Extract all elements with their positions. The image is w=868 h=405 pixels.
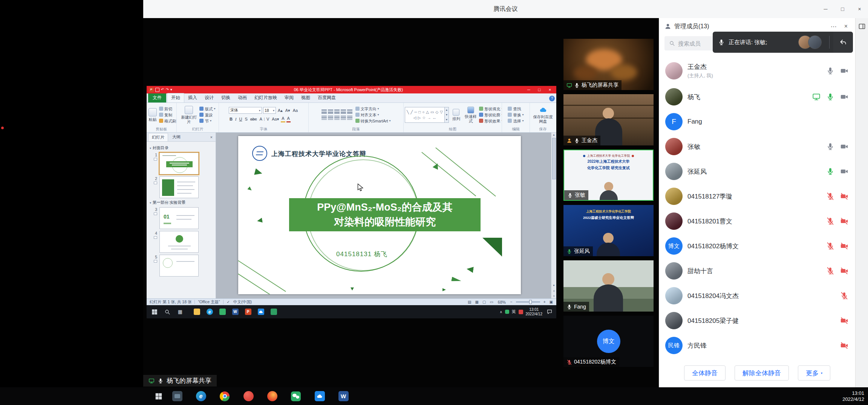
font-color-button[interactable]: A	[286, 115, 291, 122]
camera-icon[interactable]	[840, 67, 848, 75]
save-to-baidu-netdisk-button[interactable]: 保存到百度网盘	[531, 106, 555, 124]
underline-button[interactable]: U	[239, 116, 243, 122]
font-size-select[interactable]: 18▾	[263, 107, 276, 114]
arrange-button[interactable]: 排列	[450, 109, 462, 121]
save-icon[interactable]	[155, 88, 159, 92]
align-center-icon[interactable]	[328, 116, 333, 120]
increase-indent-icon[interactable]	[341, 110, 346, 114]
shape-fill-button[interactable]: 形状填充▾	[479, 106, 501, 112]
zoom-out-button[interactable]: −	[510, 300, 513, 304]
slide-thumbnail-2[interactable]: 2	[150, 176, 213, 198]
ppt-minimize-button[interactable]: ─	[525, 87, 533, 92]
shape-gallery[interactable]: ╲╱─□○△▭◇▽◁▷☆→↔	[405, 107, 445, 123]
video-tile-zhangyanfeng[interactable]: 上海工程技术大学化学化工学院 2022届硕士研究生毕业论文答辩 张延风	[563, 205, 654, 256]
shared-screen[interactable]: P ↶ ↷ ▾ 06 毕业论文答辩PPT - Microsoft PowerPo…	[147, 86, 556, 318]
tab-insert[interactable]: 插入	[184, 93, 201, 102]
language-indicator[interactable]: 中文(中国)	[233, 300, 252, 305]
wps-icon[interactable]	[268, 306, 279, 318]
member-row[interactable]: F Fang	[659, 109, 855, 134]
app-green-icon[interactable]	[217, 306, 228, 318]
member-row[interactable]: 杨飞	[659, 84, 855, 109]
app-red-icon[interactable]	[240, 387, 257, 405]
convert-smartart-button[interactable]: 转换为SmartArt▾	[355, 118, 391, 124]
slide-thumbnail-5[interactable]: 5	[150, 255, 213, 277]
member-row[interactable]: 041518201曹文	[659, 209, 855, 234]
undo-icon[interactable]: ↶	[161, 87, 164, 92]
highlight-color-button[interactable]: A	[281, 115, 285, 122]
spellcheck-icon[interactable]: ✓	[227, 300, 230, 304]
mute-all-button[interactable]: 全体静音	[684, 365, 726, 381]
redo-icon[interactable]: ↷	[165, 87, 168, 92]
start-button[interactable]	[149, 306, 160, 318]
italic-button[interactable]: I	[234, 116, 237, 122]
strikethrough-button[interactable]: abc	[250, 116, 258, 122]
layout-button[interactable]: 版式▾	[199, 106, 215, 112]
tab-home[interactable]: 开始	[167, 93, 184, 102]
scrollbar-thumb[interactable]	[552, 138, 556, 179]
app-window-icon[interactable]	[169, 387, 185, 405]
unmute-all-button[interactable]: 解除全体静音	[735, 365, 789, 381]
vertical-scrollbar[interactable]: ▲ ▼ « »	[551, 133, 556, 298]
mic-icon[interactable]	[826, 142, 834, 151]
shrink-font-button[interactable]: A▾	[285, 107, 291, 113]
video-tile-wangjinjie[interactable]: 王金杰	[563, 94, 654, 145]
ppt-maximize-button[interactable]: □	[535, 87, 543, 92]
member-row[interactable]: 张延风	[659, 159, 855, 184]
section-button[interactable]: 节▾	[199, 118, 215, 124]
bold-button[interactable]: B	[229, 116, 233, 122]
edge-icon[interactable]: e	[193, 387, 209, 405]
shape-gallery-scroll[interactable]: ▲▼▼	[445, 107, 449, 123]
action-center-icon[interactable]	[547, 309, 553, 315]
minimize-button[interactable]: ─	[817, 0, 834, 18]
member-row[interactable]: 王金杰 (主持人, 我)	[659, 57, 855, 84]
wechat-icon[interactable]	[288, 387, 304, 405]
mic-muted-icon[interactable]	[826, 217, 834, 225]
member-row[interactable]: 甜劫十言	[659, 258, 855, 283]
video-tile-yangbowen[interactable]: 博文 041518202杨博文	[563, 316, 654, 367]
close-button[interactable]: ×	[851, 0, 868, 18]
camera-icon[interactable]	[840, 167, 848, 176]
reset-button[interactable]: 重设	[199, 112, 215, 118]
reading-view-button[interactable]: ▢	[482, 300, 486, 304]
word-icon[interactable]: W	[230, 306, 241, 318]
close-panel-icon[interactable]: ×	[842, 23, 850, 30]
mic-icon[interactable]	[826, 67, 834, 75]
shape-outline-button[interactable]: 形状轮廓▾	[479, 112, 501, 118]
tab-outline-pane[interactable]: 大纲	[169, 133, 184, 141]
numbering-icon[interactable]	[328, 110, 333, 114]
decrease-indent-icon[interactable]	[334, 110, 340, 114]
copy-button[interactable]: 复制	[159, 112, 175, 118]
font-name-select[interactable]: 宋体▾	[229, 107, 262, 114]
camera-icon[interactable]	[840, 93, 848, 101]
tab-baidu-netdisk[interactable]: 百度网盘	[314, 93, 340, 102]
zoom-in-button[interactable]: +	[543, 300, 546, 304]
member-row[interactable]: 民锋 方民锋	[659, 333, 855, 357]
tab-view[interactable]: 视图	[297, 93, 314, 102]
more-button[interactable]: 更多▾	[798, 365, 830, 381]
ppt-slide[interactable]: 上海工程技术大学毕业论文答辩	[238, 136, 521, 294]
member-row[interactable]: 041518204冯文杰	[659, 283, 855, 308]
search-icon[interactable]	[162, 306, 173, 318]
format-painter-button[interactable]: 格式刷	[159, 118, 175, 124]
file-explorer-icon[interactable]	[191, 306, 202, 318]
tab-slides-pane[interactable]: 幻灯片	[148, 133, 168, 141]
find-button[interactable]: 查找	[508, 106, 524, 112]
mic-icon[interactable]	[826, 93, 834, 101]
tab-design[interactable]: 设计	[201, 93, 217, 102]
tab-slideshow[interactable]: 幻灯片放映	[251, 93, 281, 102]
previous-slide-button[interactable]: «	[552, 290, 556, 292]
zoom-slider[interactable]	[516, 301, 540, 303]
mic-muted-icon[interactable]	[826, 192, 834, 200]
help-icon[interactable]: ?	[549, 96, 555, 101]
camera-muted-icon[interactable]	[840, 217, 848, 225]
close-pane-icon[interactable]: ×	[209, 135, 214, 139]
tray-expand-icon[interactable]: ∧	[500, 310, 502, 314]
quick-access-caret-icon[interactable]: ▾	[170, 87, 172, 92]
maximize-button[interactable]: □	[834, 0, 851, 18]
member-row[interactable]: 041518127季璇	[659, 184, 855, 209]
camera-muted-icon[interactable]	[840, 192, 848, 200]
text-direction-button[interactable]: 文字方向▾	[355, 106, 391, 112]
wechat-tray-icon[interactable]	[505, 310, 509, 314]
task-view-icon[interactable]: ▦	[175, 306, 186, 318]
firefox-icon[interactable]	[264, 387, 280, 405]
